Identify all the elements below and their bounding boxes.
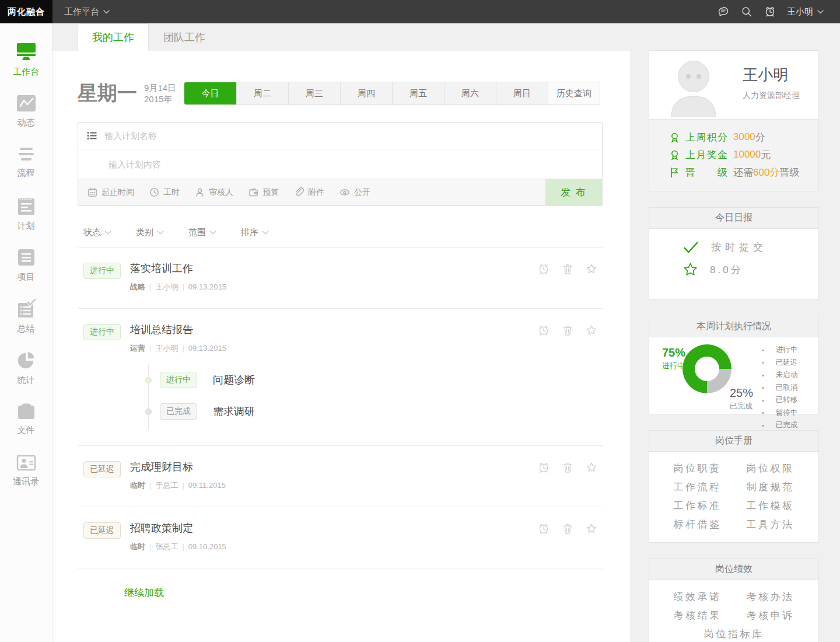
chevron-down-icon: [262, 231, 269, 235]
sidebar-item-statistics[interactable]: 统计: [0, 342, 52, 393]
handbook-link[interactable]: 工具方法: [734, 518, 807, 531]
search-icon[interactable]: [740, 5, 753, 18]
remind-icon[interactable]: [537, 461, 550, 474]
day-button-sun[interactable]: 周日: [496, 82, 548, 104]
chevron-down-icon: [209, 231, 216, 235]
handbook-link[interactable]: 工作流程: [661, 480, 734, 494]
date-label: 9月14日 2015年: [144, 82, 176, 104]
avatar: [667, 59, 723, 117]
star-icon[interactable]: [585, 461, 598, 474]
task-title[interactable]: 招聘政策制定: [130, 521, 226, 535]
task-meta: 临时|张总工|09.10.2015: [130, 542, 226, 552]
public-tool[interactable]: 公开: [340, 187, 370, 198]
app-switcher-label: 工作平台: [64, 6, 99, 18]
task-title[interactable]: 完成理财目标: [130, 460, 226, 474]
card-title: 岗位手册: [649, 431, 818, 452]
day-button-fri[interactable]: 周五: [392, 82, 444, 104]
topbar-right: 王小明: [717, 5, 824, 18]
work-hours-tool[interactable]: 工时: [149, 187, 180, 198]
day-button-tue[interactable]: 周二: [236, 82, 288, 104]
workbench-icon: [15, 42, 37, 62]
star-icon[interactable]: [585, 522, 598, 535]
sidebar-item-files[interactable]: 文件: [0, 393, 52, 445]
sidebar-item-summary[interactable]: 总结: [0, 291, 52, 342]
user-menu[interactable]: 王小明: [787, 6, 824, 18]
plan-content-input[interactable]: [108, 159, 564, 169]
day-button-wed[interactable]: 周三: [288, 82, 340, 104]
performance-link[interactable]: 考核办法: [734, 590, 807, 603]
date-range-tool[interactable]: 起止时间: [88, 187, 134, 198]
budget-wallet-icon: [249, 187, 258, 197]
handbook-link[interactable]: 制度规范: [734, 480, 807, 494]
star-icon[interactable]: [585, 263, 598, 275]
daily-report-card: 今日日报 按时提交 8.0分: [649, 207, 819, 300]
subtask-title[interactable]: 需求调研: [213, 404, 255, 418]
sidebar-item-workbench[interactable]: 工作台: [0, 34, 52, 85]
hours-clock-icon: [149, 187, 159, 197]
sidebar-item-project[interactable]: 项目: [0, 239, 52, 291]
sidebar-item-label: 计划: [18, 221, 35, 232]
sidebar-item-contacts[interactable]: 通讯录: [0, 445, 52, 496]
attachment-tool[interactable]: 附件: [294, 187, 324, 198]
performance-link[interactable]: 考核结果: [661, 609, 734, 622]
tab-my-work[interactable]: 我的工作: [78, 23, 149, 51]
tab-team-work[interactable]: 团队工作: [149, 23, 220, 51]
performance-link[interactable]: 绩效承诺: [661, 590, 734, 603]
legend-item: 已取消: [762, 382, 797, 395]
statistics-icon: [16, 350, 36, 370]
handbook-link[interactable]: 工作模板: [734, 499, 807, 512]
day-button-sat[interactable]: 周六: [444, 82, 496, 104]
contacts-icon: [16, 454, 37, 472]
app-switcher[interactable]: 工作平台: [64, 6, 110, 18]
message-icon[interactable]: [717, 5, 730, 18]
legend-item: 未启动: [762, 369, 797, 382]
remind-icon[interactable]: [537, 263, 550, 275]
plan-composer: 起止时间 工时 审核人 预算: [78, 122, 603, 206]
publish-button[interactable]: 发 布: [545, 179, 602, 206]
handbook-link[interactable]: 标杆借鉴: [661, 518, 734, 531]
status-badge: 已延迟: [83, 461, 121, 477]
delete-icon[interactable]: [561, 461, 574, 474]
task-title[interactable]: 落实培训工作: [130, 261, 226, 275]
filter-sort[interactable]: 排序: [241, 227, 269, 238]
task-meta: 临时|于总工|09.11.2015: [130, 480, 226, 491]
delete-icon[interactable]: [561, 263, 574, 275]
task-meta: 运营|王小明|09.13.2015: [130, 343, 226, 354]
day-button-today[interactable]: 今日: [184, 82, 236, 104]
task-meta: 战略|王小明|09.13.2015: [130, 282, 226, 292]
filter-scope[interactable]: 范围: [188, 227, 216, 238]
remind-icon[interactable]: [537, 324, 550, 337]
task-title[interactable]: 培训总结报告: [130, 323, 226, 337]
day-button-thu[interactable]: 周四: [340, 82, 392, 104]
task-row: 已延迟 招聘政策制定 临时|张总工|09.10.2015: [78, 507, 603, 568]
performance-link[interactable]: 考核申诉: [734, 609, 807, 622]
task-list: 进行中 落实培训工作 战略|王小明|09.13.2015: [78, 247, 603, 568]
handbook-link[interactable]: 岗位权限: [734, 462, 807, 475]
main-panel: 星期一 9月14日 2015年 今日 周二 周三 周四 周五 周六 周日 历史查…: [52, 51, 630, 642]
load-more-link[interactable]: 继续加载: [124, 586, 164, 599]
medal-icon: [669, 149, 680, 160]
delete-icon[interactable]: [561, 522, 574, 535]
profile-job-title: 人力资源部经理: [743, 90, 800, 101]
sidebar-item-activity[interactable]: 动态: [0, 85, 52, 137]
filter-status[interactable]: 状态: [83, 227, 111, 238]
subtask-title[interactable]: 问题诊断: [213, 373, 255, 387]
delete-icon[interactable]: [561, 324, 574, 337]
performance-link[interactable]: 岗位指标库: [661, 627, 807, 641]
task-filters: 状态 类别 范围 排序: [78, 227, 603, 247]
plan-name-input[interactable]: [104, 131, 559, 141]
sidebar-item-label: 流程: [18, 168, 35, 179]
reminder-icon[interactable]: [764, 5, 776, 18]
star-icon[interactable]: [585, 324, 598, 337]
reviewer-tool[interactable]: 审核人: [195, 187, 233, 198]
handbook-link[interactable]: 工作标准: [661, 499, 734, 512]
sidebar-item-process[interactable]: 流程: [0, 137, 52, 188]
chevron-down-icon: [157, 231, 164, 235]
handbook-link[interactable]: 岗位职责: [661, 462, 734, 475]
remind-icon[interactable]: [537, 522, 550, 535]
history-query-button[interactable]: 历史查询: [548, 82, 600, 104]
filter-category[interactable]: 类别: [136, 227, 164, 238]
sidebar-item-plan[interactable]: 计划: [0, 188, 52, 239]
budget-tool[interactable]: 预算: [249, 187, 279, 198]
right-sidebar: 王小明 人力资源部经理 上周积分 3000分 上月奖金 10000元 晋级 还需: [630, 23, 840, 642]
